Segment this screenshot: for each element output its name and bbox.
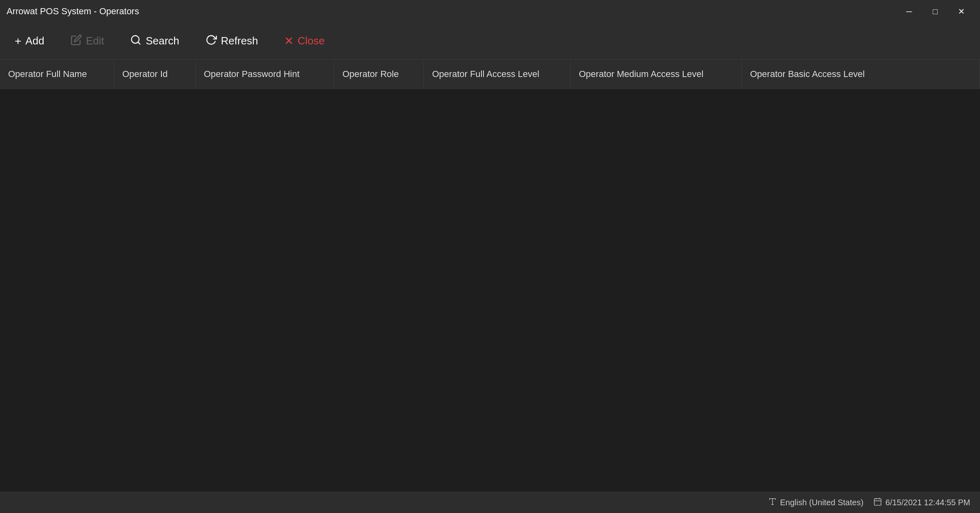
language-status: English (United States): [768, 497, 864, 509]
refresh-button[interactable]: Refresh: [201, 31, 263, 51]
minimize-icon: ─: [906, 7, 912, 16]
add-button[interactable]: + Add: [10, 31, 49, 51]
column-password-hint: Operator Password Hint: [196, 59, 334, 88]
column-role: Operator Role: [334, 59, 424, 88]
column-full-access: Operator Full Access Level: [424, 59, 571, 88]
refresh-icon: [205, 34, 217, 48]
maximize-icon: □: [933, 7, 938, 16]
column-full-name: Operator Full Name: [0, 59, 114, 88]
column-medium-access: Operator Medium Access Level: [571, 59, 742, 88]
window-close-button[interactable]: ✕: [949, 3, 973, 20]
column-basic-access: Operator Basic Access Level: [742, 59, 980, 88]
add-icon: +: [15, 35, 21, 47]
datetime-status: 6/15/2021 12:44:55 PM: [873, 497, 970, 509]
close-label: Close: [298, 35, 324, 47]
minimize-button[interactable]: ─: [897, 3, 921, 20]
window-title: Arrowat POS System - Operators: [7, 6, 139, 17]
status-bar: English (United States) 6/15/2021 12:44:…: [0, 492, 980, 513]
language-text: English (United States): [780, 498, 864, 507]
column-id: Operator Id: [114, 59, 196, 88]
table-body: [0, 89, 980, 492]
search-button[interactable]: Search: [125, 31, 184, 51]
search-label: Search: [146, 35, 179, 47]
add-label: Add: [25, 35, 44, 47]
svg-rect-4: [874, 498, 881, 505]
close-button[interactable]: ✕ Close: [279, 31, 329, 51]
svg-line-1: [138, 42, 140, 44]
window-close-icon: ✕: [958, 7, 965, 16]
toolbar: + Add Edit Search Refresh: [0, 23, 980, 59]
window-controls: ─ □ ✕: [897, 3, 973, 20]
edit-button[interactable]: Edit: [66, 31, 109, 51]
close-icon: ✕: [284, 35, 294, 47]
calendar-icon: [873, 497, 882, 509]
title-bar: Arrowat POS System - Operators ─ □ ✕: [0, 0, 980, 23]
refresh-label: Refresh: [221, 35, 258, 47]
datetime-text: 6/15/2021 12:44:55 PM: [885, 498, 970, 507]
edit-icon: [71, 34, 82, 48]
search-icon: [130, 34, 141, 48]
table-header: Operator Full Name Operator Id Operator …: [0, 59, 980, 89]
maximize-button[interactable]: □: [923, 3, 947, 20]
language-icon: [768, 497, 777, 509]
edit-label: Edit: [86, 35, 104, 47]
